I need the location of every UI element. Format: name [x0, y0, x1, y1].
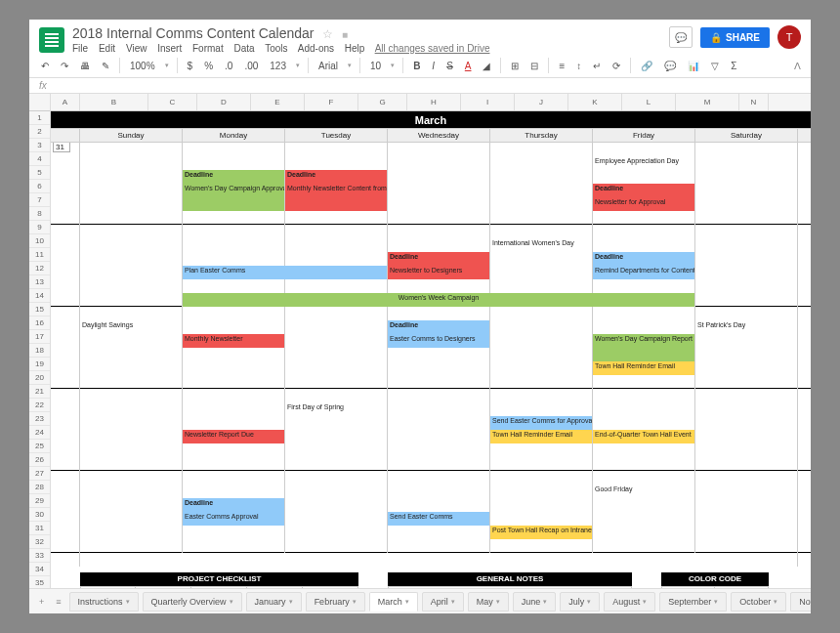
event-wdc-report: Women's Day Campaign Report Due	[593, 334, 695, 348]
menu-bar: File Edit View Insert Format Data Tools …	[72, 43, 669, 54]
tab-september[interactable]: September▾	[659, 592, 727, 612]
event-newsletter-dept-cont	[285, 197, 388, 211]
column-headers[interactable]: ABCDEFGHIJKLMN	[51, 94, 811, 111]
size-select[interactable]: 10	[368, 59, 383, 73]
save-status[interactable]: All changes saved in Drive	[375, 43, 490, 54]
fill-color-icon[interactable]: ◢	[481, 59, 492, 73]
chart-icon[interactable]: 📊	[686, 59, 701, 73]
link-icon[interactable]: 🔗	[639, 59, 654, 73]
filter-icon[interactable]: ▽	[709, 59, 721, 73]
event-easter-approval: Easter Comms Approval	[183, 512, 285, 526]
toolbar-more-icon[interactable]: ᐱ	[794, 61, 801, 71]
tab-january[interactable]: January▾	[246, 592, 302, 612]
redo-icon[interactable]: ↷	[59, 59, 70, 73]
share-button[interactable]: 🔒SHARE	[700, 27, 770, 48]
menu-file[interactable]: File	[72, 43, 88, 54]
valign-icon[interactable]: ↕	[574, 59, 583, 73]
strike-button[interactable]: S	[444, 59, 455, 73]
event-deadline: Deadline	[183, 498, 285, 512]
halign-icon[interactable]: ≡	[557, 59, 567, 73]
tab-quarterly[interactable]: Quarterly Overview▾	[143, 592, 242, 612]
doc-title[interactable]: 2018 Internal Comms Content Calendar	[72, 25, 314, 41]
menu-data[interactable]: Data	[233, 43, 254, 54]
event-deadline: Deadline	[388, 320, 490, 334]
toolbar: ↶ ↷ 🖶 ✎ 100%▾ $ % .0 .00 123▾ Arial▾ 10▾…	[29, 54, 811, 78]
event-wdc-approval: Women's Day Campaign Approval	[183, 184, 285, 197]
tab-july[interactable]: July▾	[560, 592, 600, 612]
menu-edit[interactable]: Edit	[99, 43, 115, 54]
menu-format[interactable]: Format	[192, 43, 224, 54]
event-eoq-townhall: End-of-Quarter Town Hall Event	[593, 430, 695, 443]
project-checklist[interactable]: PROJECT CHECKLIST DEADLINEPROJECTOWNERST…	[80, 572, 358, 588]
menu-view[interactable]: View	[126, 43, 147, 54]
event-daylight: Daylight Savings	[80, 320, 183, 334]
event-easter-designers: Easter Comms to Designers	[388, 334, 490, 348]
event-plan-easter: Plan Easter Comms	[183, 266, 285, 279]
event-good-friday: Good Friday	[593, 485, 695, 498]
row-headers[interactable]: for(let i=1;i<=38;i++)document.write('<d…	[29, 94, 51, 588]
event-employee-appreciation: Employee Appreciation Day	[593, 156, 695, 170]
event-post-townhall: Post Town Hall Recap on Intranet	[490, 526, 593, 539]
italic-button[interactable]: I	[430, 59, 437, 73]
calendar-grid[interactable]: 123 Employee Appreciation Day DeadlineDe…	[51, 143, 811, 588]
percent-button[interactable]: %	[202, 59, 215, 73]
tab-october[interactable]: October▾	[731, 592, 786, 612]
wrap-icon[interactable]: ↵	[591, 59, 603, 73]
general-notes[interactable]: GENERAL NOTES	[388, 572, 632, 588]
borders-icon[interactable]: ⊞	[509, 59, 521, 73]
format-button[interactable]: 123	[268, 59, 288, 73]
tab-march[interactable]: March▾	[369, 592, 418, 612]
event-deadline: Deadline	[388, 252, 490, 266]
merge-icon[interactable]: ⊟	[528, 59, 540, 73]
all-sheets-button[interactable]: ≡	[52, 597, 64, 607]
font-select[interactable]: Arial	[316, 59, 340, 73]
event-spring: First Day of Spring	[285, 402, 388, 416]
lock-icon: 🔒	[710, 32, 722, 43]
bold-button[interactable]: B	[411, 59, 422, 73]
event-townhall-reminder: Town Hall Reminder Email	[490, 430, 593, 443]
formula-bar[interactable]: fx	[29, 78, 811, 94]
tab-instructions[interactable]: Instructions▾	[69, 592, 139, 612]
comment-icon[interactable]: 💬	[662, 59, 678, 73]
tab-june[interactable]: June▾	[513, 592, 557, 612]
tab-august[interactable]: August▾	[604, 592, 655, 612]
event-iwd: International Women's Day	[490, 238, 593, 252]
avatar[interactable]: T	[777, 25, 801, 49]
zoom-select[interactable]: 100%	[128, 59, 157, 73]
paint-icon[interactable]: ✎	[100, 59, 111, 73]
currency-button[interactable]: $	[186, 59, 195, 73]
menu-addons[interactable]: Add-ons	[298, 43, 334, 54]
tab-february[interactable]: February▾	[306, 592, 365, 612]
tab-november[interactable]: November▾	[790, 592, 811, 612]
print-icon[interactable]: 🖶	[78, 59, 92, 73]
event-stpatrick: St Patrick's Day	[695, 320, 798, 334]
add-sheet-button[interactable]: +	[35, 597, 48, 607]
event-deadline: Deadline	[593, 252, 695, 266]
functions-icon[interactable]: Σ	[729, 59, 738, 73]
sheets-logo-icon	[39, 27, 64, 53]
event-deadline: Deadline	[593, 184, 695, 197]
event-newsletter-dept: Monthly Newsletter Content from Departme…	[285, 184, 388, 197]
color-code[interactable]: COLOR CODE TeamColor	[661, 572, 769, 588]
menu-insert[interactable]: Insert	[157, 43, 182, 54]
event-news-report: Newsletter Report Due	[183, 430, 285, 443]
menu-tools[interactable]: Tools	[265, 43, 287, 54]
event-send-easter-approval: Send Easter Comms for Approval	[490, 416, 593, 430]
event-news-designers: Newsletter to Designers	[388, 266, 490, 279]
text-color-button[interactable]: A	[463, 59, 474, 73]
tab-may[interactable]: May▾	[468, 592, 509, 612]
star-icon[interactable]: ☆	[322, 27, 333, 41]
dec-decrease[interactable]: .0	[223, 59, 234, 73]
event-monthly-newsletter: Monthly Newsletter	[183, 334, 285, 348]
undo-icon[interactable]: ↶	[39, 59, 51, 73]
event-womens-week: Women's Week Campaign	[183, 293, 695, 307]
day-headers: SundayMondayTuesdayWednesdayThursdayFrid…	[51, 129, 811, 143]
event-townhall-reminder: Town Hall Reminder Email	[593, 361, 695, 375]
folder-icon[interactable]: ■	[342, 29, 348, 40]
comments-button[interactable]: 💬	[669, 26, 693, 48]
event-wdc-approval-cont	[183, 197, 285, 211]
tab-april[interactable]: April▾	[422, 592, 464, 612]
dec-increase[interactable]: .00	[242, 59, 260, 73]
rotate-icon[interactable]: ⟳	[610, 59, 622, 73]
menu-help[interactable]: Help	[345, 43, 365, 54]
